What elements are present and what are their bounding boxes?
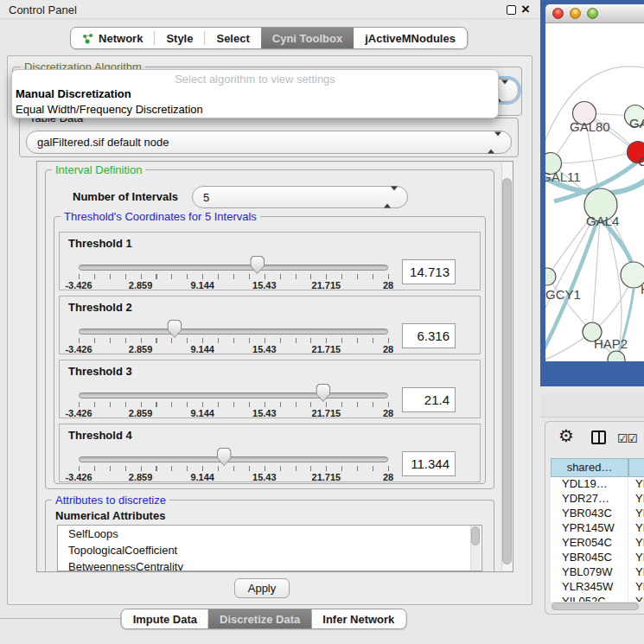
- tab-label: Cyni Toolbox: [272, 32, 342, 45]
- checkbox-icons[interactable]: ☑☑: [617, 431, 637, 445]
- threshold-label: Threshold 3: [68, 365, 132, 378]
- table-panel-titlebar: Table Panel: [540, 393, 644, 418]
- slider-thumb[interactable]: [217, 448, 232, 466]
- table-row[interactable]: YDL19…YDL1: [551, 477, 644, 492]
- list-item[interactable]: BetweennessCentrality: [58, 558, 481, 571]
- slider-scale: -3.4262.8599.14415.4321.71528: [79, 280, 388, 290]
- list-scrollbar-thumb[interactable]: [471, 526, 480, 545]
- network-canvas[interactable]: GAL80 GAL11 GAL4 GCY1 HAP2 GA C H: [545, 23, 644, 361]
- slider-scale: -3.4262.8599.14415.4321.71528: [79, 472, 388, 482]
- tab-label: Infer Network: [322, 613, 394, 626]
- svg-text:GAL11: GAL11: [545, 169, 581, 184]
- threshold-1-panel: Threshold 1 -3.4262.8599.14415.4321.7152…: [59, 232, 481, 290]
- attributes-group-title: Attributes to discretize: [52, 494, 169, 507]
- table-data-value: galFiltered.sif default node: [37, 136, 169, 149]
- dropdown-option-manual-discretization[interactable]: Manual Discretization: [16, 87, 131, 100]
- tab-label: Discretize Data: [220, 613, 300, 626]
- table-row[interactable]: YBR045CYBR0: [551, 551, 644, 565]
- tab-label: Select: [216, 32, 249, 45]
- threshold-label: Threshold 1: [68, 237, 132, 250]
- bottom-tab-rule: [0, 618, 127, 619]
- number-of-intervals-combobox[interactable]: 5: [192, 186, 408, 208]
- tab-impute-data[interactable]: Impute Data: [122, 609, 208, 628]
- zoom-traffic-light-icon[interactable]: [587, 8, 598, 19]
- network-window-titlebar: [545, 4, 644, 23]
- top-tabstrip: Network Style Select Cyni Toolbox jActiv…: [70, 27, 468, 49]
- tab-cyni-toolbox[interactable]: Cyni Toolbox: [261, 28, 354, 48]
- slider-ticks: [79, 466, 389, 471]
- column-header-name[interactable]: na: [628, 458, 644, 477]
- threshold-value-field[interactable]: 11.344: [402, 451, 456, 476]
- table-row[interactable]: YBR043CYBR0: [551, 507, 644, 521]
- vertical-scrollbar-thumb[interactable]: [502, 178, 512, 564]
- table-row[interactable]: YBL079WYBL0: [551, 565, 644, 580]
- split-columns-icon[interactable]: [591, 430, 606, 444]
- tab-discretize-data[interactable]: Discretize Data: [208, 609, 311, 628]
- tab-style[interactable]: Style: [155, 28, 204, 48]
- slider-ticks: [79, 402, 389, 407]
- interval-definition-group-title: Interval Definition: [52, 163, 145, 176]
- table-row[interactable]: YPR145WYPR1: [551, 521, 644, 536]
- list-item[interactable]: SelfLoops: [58, 526, 481, 542]
- table-row[interactable]: YER054CYER0: [551, 536, 644, 551]
- threshold-2-panel: Threshold 2 -3.4262.8599.14415.4321.7152…: [59, 296, 481, 354]
- threshold-label: Threshold 4: [68, 429, 132, 442]
- svg-text:GCY1: GCY1: [545, 287, 581, 302]
- table-row[interactable]: YDR27…YDR2: [551, 492, 644, 507]
- thresholds-group-title: Threshold's Coordinates for 5 Intervals: [61, 210, 260, 223]
- screen: Control Panel × Network Style Select Cyn…: [0, 0, 644, 644]
- numerical-attributes-label: Numerical Attributes: [55, 509, 165, 522]
- svg-text:GAL80: GAL80: [570, 119, 610, 134]
- tab-jactivemnodules[interactable]: jActiveMNodules: [354, 28, 467, 48]
- network-icon: [82, 33, 93, 44]
- table-data-combobox[interactable]: galFiltered.sif default node: [26, 131, 512, 154]
- svg-text:H: H: [641, 282, 644, 296]
- svg-text:C: C: [638, 154, 644, 169]
- tab-label: Style: [166, 32, 193, 45]
- list-item[interactable]: TopologicalCoefficient: [58, 542, 481, 558]
- control-panel-titlebar: Control Panel ×: [0, 0, 539, 19]
- close-icon[interactable]: ×: [521, 1, 530, 18]
- threshold-label: Threshold 2: [68, 301, 132, 314]
- slider-scale: -3.4262.8599.14415.4321.71528: [79, 408, 388, 418]
- number-of-intervals-label: Number of Intervals: [73, 190, 178, 203]
- apply-button[interactable]: Apply: [234, 578, 290, 598]
- threshold-value-field[interactable]: 6.316: [402, 323, 456, 348]
- tab-network[interactable]: Network: [71, 28, 154, 48]
- tab-label: Impute Data: [133, 613, 197, 626]
- algorithm-dropdown-popup: Select algorithm to view settings Manual…: [11, 69, 499, 118]
- table-rows: YDL19…YDL1 YDR27…YDR2 YBR043CYBR0 YPR145…: [551, 477, 644, 602]
- combo-arrows-icon: [488, 136, 501, 149]
- number-of-intervals-value: 5: [203, 191, 209, 204]
- horizontal-scrollbar-thumb[interactable]: [552, 603, 639, 610]
- threshold-value-field[interactable]: 21.4: [402, 387, 456, 412]
- table-row[interactable]: YLR345WYLR3: [551, 580, 644, 595]
- tab-infer-network[interactable]: Infer Network: [311, 609, 405, 628]
- tab-label: jActiveMNodules: [365, 32, 456, 45]
- float-window-icon[interactable]: [507, 5, 516, 15]
- tab-select[interactable]: Select: [205, 28, 260, 48]
- column-header-shared[interactable]: shared…: [551, 458, 628, 477]
- threshold-value-field[interactable]: 14.713: [402, 259, 456, 284]
- svg-text:GAL4: GAL4: [586, 214, 619, 228]
- bottom-tabstrip: Impute Data Discretize Data Infer Networ…: [121, 609, 407, 629]
- close-traffic-light-icon[interactable]: [552, 8, 564, 19]
- panel-title: Control Panel: [9, 3, 77, 16]
- network-node[interactable]: [545, 268, 556, 285]
- slider-thumb[interactable]: [316, 384, 330, 402]
- slider-thumb[interactable]: [167, 320, 182, 338]
- slider-scale: -3.4262.8599.14415.4321.71528: [79, 344, 388, 354]
- svg-text:GA: GA: [629, 116, 644, 131]
- svg-text:HAP2: HAP2: [594, 336, 628, 351]
- slider-ticks: [79, 274, 389, 279]
- dropdown-option-equal-width[interactable]: Equal Width/Frequency Discretization: [16, 103, 203, 116]
- threshold-4-panel: Threshold 4 -3.4262.8599.14415.4321.7152…: [59, 424, 481, 482]
- slider-thumb[interactable]: [250, 256, 265, 274]
- numerical-attributes-list: SelfLoops TopologicalCoefficient Between…: [57, 525, 482, 571]
- gear-icon[interactable]: ⚙: [558, 425, 574, 446]
- dropdown-placeholder: Select algorithm to view settings: [12, 73, 498, 86]
- table-row[interactable]: YIL052CYIL0: [551, 595, 644, 602]
- minimize-traffic-light-icon[interactable]: [570, 8, 581, 19]
- combo-arrows-icon: [384, 191, 398, 204]
- tab-label: Network: [99, 32, 143, 45]
